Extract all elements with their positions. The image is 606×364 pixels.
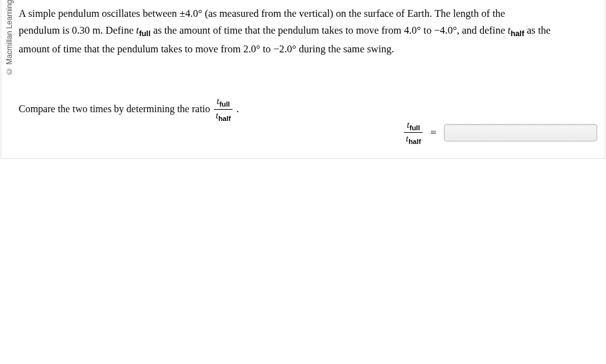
problem-line-2c: as the xyxy=(524,24,551,36)
answer-fraction-numerator: tfull xyxy=(405,120,422,132)
prompt-row: Compare the two times by determining the… xyxy=(19,96,597,122)
sub-full-num: full xyxy=(219,100,230,108)
answer-fraction-denominator: thalf xyxy=(404,132,423,145)
sub-full: full xyxy=(139,30,151,39)
content-area: A simple pendulum oscillates between ±4.… xyxy=(1,0,605,158)
problem-line-3: amount of time that the pendulum takes t… xyxy=(19,43,394,55)
question-panel: © Macmillan Learning A simple pendulum o… xyxy=(1,0,605,159)
answer-fraction: tfull thalf xyxy=(404,120,423,146)
sub-half-den-2: half xyxy=(408,138,421,145)
answer-row: tfull thalf = xyxy=(404,120,597,146)
prompt-period: . xyxy=(236,103,239,115)
fraction-denominator: thalf xyxy=(214,109,233,122)
sub-half: half xyxy=(511,30,524,39)
problem-line-2b: as the amount of time that the pendulum … xyxy=(151,24,508,36)
prompt-text: Compare the two times by determining the… xyxy=(19,103,210,115)
sub-half-den: half xyxy=(218,115,231,122)
fraction-numerator: tfull xyxy=(215,96,232,108)
problem-statement: A simple pendulum oscillates between ±4.… xyxy=(19,5,597,57)
equals-sign: = xyxy=(430,127,436,139)
copyright-label: © Macmillan Learning xyxy=(4,0,15,106)
sub-full-num-2: full xyxy=(410,124,420,132)
problem-line-1: A simple pendulum oscillates between ±4.… xyxy=(19,7,505,19)
ratio-fraction: tfull thalf xyxy=(214,96,233,122)
answer-input[interactable] xyxy=(444,124,597,141)
problem-line-2a: pendulum is 0.30 m. Define xyxy=(19,24,136,36)
